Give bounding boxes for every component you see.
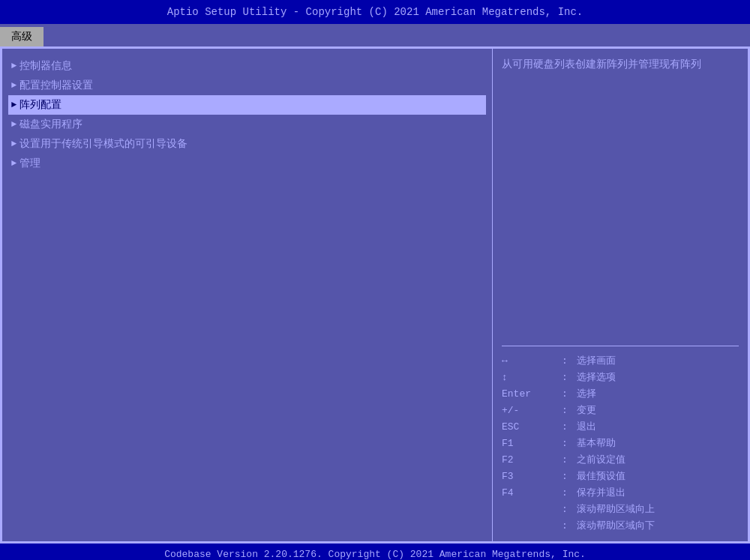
key-name-5: F1 xyxy=(502,438,562,449)
key-name-4: ESC xyxy=(502,421,562,433)
arrow-icon-4: ► xyxy=(11,139,16,149)
left-panel: ►控制器信息►配置控制器设置►阵列配置►磁盘实用程序►设置用于传统引导模式的可引… xyxy=(2,49,493,541)
right-panel: 从可用硬盘列表创建新阵列并管理现有阵列 ↔ : 选择画面 ↕ : 选择选项 En… xyxy=(493,49,748,541)
title-text: Aptio Setup Utility - Copyright (C) 2021… xyxy=(167,6,584,18)
menu-item-label-4: 设置用于传统引导模式的可引导设备 xyxy=(20,137,188,151)
key-desc-8: 保存并退出 xyxy=(577,486,626,499)
key-desc-2: 选择 xyxy=(577,387,596,400)
key-row-3: +/- : 变更 xyxy=(502,402,739,418)
tab-bar: 高级 xyxy=(0,24,750,46)
key-colon-3: : xyxy=(562,405,577,416)
tab-advanced[interactable]: 高级 xyxy=(0,27,44,46)
arrow-icon-2: ► xyxy=(11,100,16,110)
key-row-0: ↔ : 选择画面 xyxy=(502,352,739,369)
key-desc-10: 滚动帮助区域向下 xyxy=(577,519,655,532)
menu-item-4[interactable]: ►设置用于传统引导模式的可引导设备 xyxy=(8,134,486,154)
menu-item-2[interactable]: ►阵列配置 xyxy=(8,95,486,115)
key-name-6: F2 xyxy=(502,454,562,466)
key-name-3: +/- xyxy=(502,405,562,416)
key-desc-6: 之前设定值 xyxy=(577,453,626,466)
key-row-5: F1 : 基本帮助 xyxy=(502,435,739,451)
menu-item-1[interactable]: ►配置控制器设置 xyxy=(8,76,486,95)
menu-item-3[interactable]: ►磁盘实用程序 xyxy=(8,115,486,134)
key-help-table: ↔ : 选择画面 ↕ : 选择选项 Enter : 选择 +/- : 变更 ES… xyxy=(502,352,739,534)
arrow-icon-0: ► xyxy=(11,61,16,71)
arrow-icon-5: ► xyxy=(11,158,16,169)
key-desc-4: 退出 xyxy=(577,420,596,433)
key-row-7: F3 : 最佳预设值 xyxy=(502,468,739,484)
key-name-0: ↔ xyxy=(502,355,562,367)
key-desc-3: 变更 xyxy=(577,403,596,417)
key-desc-7: 最佳预设值 xyxy=(577,469,626,483)
key-row-1: ↕ : 选择选项 xyxy=(502,369,739,385)
key-name-8: F4 xyxy=(502,487,562,499)
key-row-6: F2 : 之前设定值 xyxy=(502,451,739,468)
key-colon-2: : xyxy=(562,388,577,400)
title-bar: Aptio Setup Utility - Copyright (C) 2021… xyxy=(0,0,750,24)
key-colon-10: : xyxy=(562,520,577,532)
menu-item-label-3: 磁盘实用程序 xyxy=(20,118,82,131)
key-colon-4: : xyxy=(562,421,577,433)
key-colon-5: : xyxy=(562,438,577,449)
key-help-divider xyxy=(502,346,739,346)
arrow-icon-1: ► xyxy=(11,80,16,91)
key-row-9: : 滚动帮助区域向上 xyxy=(502,501,739,517)
key-name-1: ↕ xyxy=(502,372,562,383)
key-colon-8: : xyxy=(562,487,577,499)
menu-item-label-1: 配置控制器设置 xyxy=(20,79,93,92)
arrow-icon-3: ► xyxy=(11,119,16,130)
content-wrapper: ►控制器信息►配置控制器设置►阵列配置►磁盘实用程序►设置用于传统引导模式的可引… xyxy=(0,46,750,544)
key-colon-7: : xyxy=(562,471,577,482)
key-colon-9: : xyxy=(562,504,577,515)
footer-bar: Codebase Version 2.20.1276. Copyright (C… xyxy=(0,544,750,560)
key-row-2: Enter : 选择 xyxy=(502,385,739,402)
key-colon-1: : xyxy=(562,372,577,383)
key-row-8: F4 : 保存并退出 xyxy=(502,484,739,501)
key-colon-0: : xyxy=(562,355,577,367)
key-name-2: Enter xyxy=(502,388,562,400)
footer-text: Codebase Version 2.20.1276. Copyright (C… xyxy=(164,549,586,560)
menu-item-0[interactable]: ►控制器信息 xyxy=(8,56,486,76)
main-content: ►控制器信息►配置控制器设置►阵列配置►磁盘实用程序►设置用于传统引导模式的可引… xyxy=(2,48,748,542)
key-desc-9: 滚动帮助区域向上 xyxy=(577,502,655,516)
menu-item-label-5: 管理 xyxy=(20,157,40,170)
key-row-4: ESC : 退出 xyxy=(502,418,739,435)
menu-item-label-2: 阵列配置 xyxy=(20,98,62,112)
key-desc-1: 选择选项 xyxy=(577,370,616,384)
key-desc-5: 基本帮助 xyxy=(577,436,616,450)
key-colon-6: : xyxy=(562,454,577,466)
help-text: 从可用硬盘列表创建新阵列并管理现有阵列 xyxy=(502,56,739,340)
key-desc-0: 选择画面 xyxy=(577,354,616,367)
menu-item-label-0: 控制器信息 xyxy=(20,59,72,73)
menu-item-5[interactable]: ►管理 xyxy=(8,154,486,173)
key-row-10: : 滚动帮助区域向下 xyxy=(502,517,739,534)
key-name-7: F3 xyxy=(502,471,562,482)
